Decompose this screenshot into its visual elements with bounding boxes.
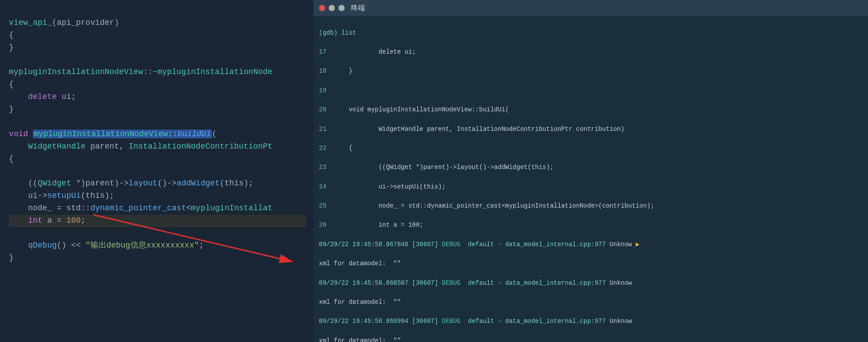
t-line-debug2: 09/29/22 19:45:58.868507 [36607] DEBUG d… [319, 279, 863, 288]
t-line-2: 17 delete ui; [319, 47, 863, 57]
line-brace6: } [9, 253, 14, 262]
line-delete: delete ui; [9, 92, 76, 101]
line-node: node_ = std::dynamic_pointer_cast<myplug… [9, 204, 272, 212]
minimize-button[interactable] [329, 5, 335, 11]
close-button[interactable] [319, 5, 325, 11]
t-line-11: 26 int a = 100; [319, 220, 863, 230]
t-line-debug1: 09/29/22 19:45:58.867846 [36607] DEBUG d… [319, 240, 863, 250]
t-line-debug1b: xml for datamodel: "" [319, 259, 863, 269]
t-line-1: (gdb) list [319, 28, 863, 38]
t-line-debug3b: xml for datamodel: "" [319, 336, 863, 342]
line-param: WidgetHandle parent, InstallationNodeCon… [9, 142, 272, 151]
t-line-8: 23 ((QWidget *)parent)->layout()->addWid… [319, 163, 863, 173]
line-setupui: ui->setupUi(this); [9, 191, 114, 200]
line-brace2: } [9, 43, 14, 52]
line-qdebug: qDebug() << "输出debug信息xxxxxxxxxx"; [9, 241, 204, 250]
code-editor: view_api_(api_provider) { } mypluginInst… [0, 0, 315, 342]
terminal-title: 终端 [351, 4, 365, 13]
terminal-window: 终端 (gdb) list 17 delete ui; 18 } 19 20 v… [314, 0, 868, 342]
line-brace4: } [9, 105, 14, 114]
t-line-10: 25 node_ = std::dynamic_pointer_cast<myp… [319, 201, 863, 211]
t-line-debug2b: xml for datamodel: "" [319, 298, 863, 307]
line-fn-call: view_api_(api_provider) [9, 18, 119, 27]
line-brace3: { [9, 80, 14, 89]
t-line-6: 21 WidgetHandle parent, InstallationNode… [319, 125, 863, 134]
terminal-body[interactable]: (gdb) list 17 delete ui; 18 } 19 20 void… [314, 16, 868, 342]
t-line-9: 24 ui->setupUi(this); [319, 182, 863, 192]
line-brace: { [9, 31, 14, 39]
t-line-4: 19 [319, 86, 863, 96]
line-int: int a = 100; [9, 215, 306, 227]
line-void-decl: void mypluginInstallationNodeView::build… [9, 130, 217, 138]
line-addwidget: ((QWidget *)parent)->layout()->addWidget… [9, 179, 253, 188]
t-line-5: 20 void mypluginInstallationNodeView::bu… [319, 105, 863, 115]
terminal-titlebar: 终端 [314, 0, 868, 16]
line-destructor: mypluginInstallationNodeView::~mypluginI… [9, 67, 272, 76]
maximize-button[interactable] [338, 5, 345, 11]
code-content: view_api_(api_provider) { } mypluginInst… [0, 0, 315, 281]
t-line-7: 22 { [319, 144, 863, 153]
t-line-3: 18 } [319, 67, 863, 76]
t-line-debug3: 09/29/22 19:45:58.868994 [36607] DEBUG d… [319, 317, 863, 326]
line-brace5: { [9, 154, 14, 163]
